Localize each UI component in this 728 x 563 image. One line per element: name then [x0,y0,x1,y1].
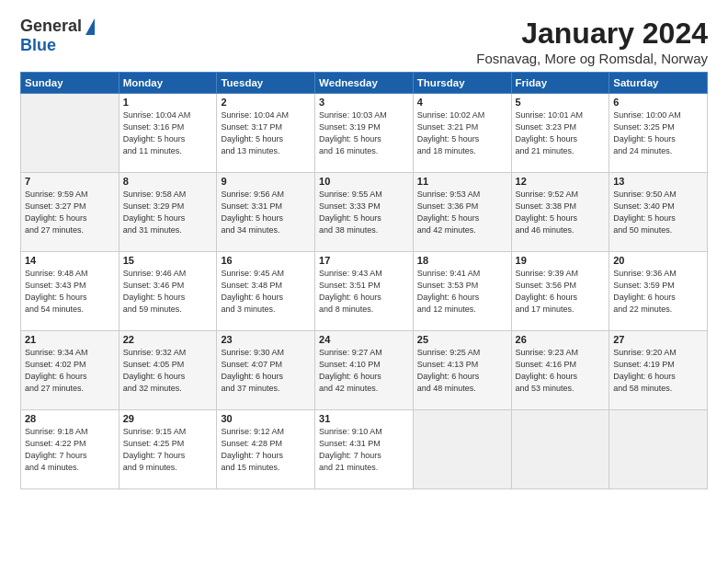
day-info: Sunrise: 9:55 AMSunset: 3:33 PMDaylight:… [319,189,409,236]
day-number: 31 [319,413,409,424]
day-info: Sunrise: 9:43 AMSunset: 3:51 PMDaylight:… [319,268,409,316]
day-info: Sunrise: 9:15 AMSunset: 4:25 PMDaylight:… [123,426,213,474]
day-number: 8 [123,176,213,187]
day-number: 18 [417,255,507,266]
day-info: Sunrise: 9:58 AMSunset: 3:29 PMDaylight:… [123,189,213,236]
calendar-cell: 7Sunrise: 9:59 AMSunset: 3:27 PMDaylight… [21,173,119,252]
day-info: Sunrise: 9:45 AMSunset: 3:48 PMDaylight:… [221,268,311,316]
calendar-cell: 25Sunrise: 9:25 AMSunset: 4:13 PMDayligh… [413,331,511,410]
calendar-week-4: 28Sunrise: 9:18 AMSunset: 4:22 PMDayligh… [21,410,708,489]
calendar-cell: 5Sunrise: 10:01 AMSunset: 3:23 PMDayligh… [511,94,609,173]
day-info: Sunrise: 9:52 AMSunset: 3:38 PMDaylight:… [516,189,606,236]
calendar-week-1: 7Sunrise: 9:59 AMSunset: 3:27 PMDaylight… [21,173,708,252]
day-info: Sunrise: 9:56 AMSunset: 3:31 PMDaylight:… [221,189,311,236]
calendar-cell: 18Sunrise: 9:41 AMSunset: 3:53 PMDayligh… [413,252,511,331]
calendar-week-0: 1Sunrise: 10:04 AMSunset: 3:16 PMDayligh… [21,94,708,173]
day-number: 29 [123,413,213,424]
calendar-cell: 23Sunrise: 9:30 AMSunset: 4:07 PMDayligh… [217,331,315,410]
day-number: 28 [25,413,115,424]
calendar-cell: 10Sunrise: 9:55 AMSunset: 3:33 PMDayligh… [315,173,414,252]
calendar-cell: 16Sunrise: 9:45 AMSunset: 3:48 PMDayligh… [217,252,315,331]
day-info: Sunrise: 9:53 AMSunset: 3:36 PMDaylight:… [417,189,507,236]
title-block: January 2024 Fosnavag, More og Romsdal, … [476,17,708,66]
day-number: 14 [25,255,115,266]
calendar-cell: 14Sunrise: 9:48 AMSunset: 3:43 PMDayligh… [21,252,119,331]
calendar-cell: 9Sunrise: 9:56 AMSunset: 3:31 PMDaylight… [217,173,315,252]
calendar-cell: 1Sunrise: 10:04 AMSunset: 3:16 PMDayligh… [119,94,217,173]
day-info: Sunrise: 9:48 AMSunset: 3:43 PMDaylight:… [25,268,115,316]
calendar-cell: 13Sunrise: 9:50 AMSunset: 3:40 PMDayligh… [609,173,708,252]
logo: General Blue [20,17,95,55]
day-info: Sunrise: 9:34 AMSunset: 4:02 PMDaylight:… [25,347,115,395]
day-number: 13 [613,176,703,187]
day-number: 15 [123,255,213,266]
calendar-cell: 12Sunrise: 9:52 AMSunset: 3:38 PMDayligh… [511,173,609,252]
day-info: Sunrise: 9:20 AMSunset: 4:19 PMDaylight:… [613,347,703,395]
logo-triangle-icon [85,18,95,35]
calendar-cell: 31Sunrise: 9:10 AMSunset: 4:31 PMDayligh… [315,410,414,489]
calendar-cell: 6Sunrise: 10:00 AMSunset: 3:25 PMDayligh… [609,94,708,173]
calendar-cell [511,410,609,489]
weekday-header-monday: Monday [119,73,217,94]
logo-blue-text: Blue [20,36,56,55]
calendar-cell: 19Sunrise: 9:39 AMSunset: 3:56 PMDayligh… [511,252,609,331]
day-info: Sunrise: 9:27 AMSunset: 4:10 PMDaylight:… [319,347,409,395]
day-info: Sunrise: 9:59 AMSunset: 3:27 PMDaylight:… [25,189,115,236]
day-info: Sunrise: 9:25 AMSunset: 4:13 PMDaylight:… [417,347,507,395]
calendar-cell [21,94,119,173]
day-number: 26 [516,334,606,345]
calendar-cell: 11Sunrise: 9:53 AMSunset: 3:36 PMDayligh… [413,173,511,252]
day-number: 3 [319,97,409,108]
day-number: 9 [221,176,311,187]
weekday-header-saturday: Saturday [609,73,708,94]
weekday-header-sunday: Sunday [21,73,119,94]
day-number: 19 [516,255,606,266]
calendar-cell: 21Sunrise: 9:34 AMSunset: 4:02 PMDayligh… [21,331,119,410]
day-info: Sunrise: 10:02 AMSunset: 3:21 PMDaylight… [417,109,507,157]
day-info: Sunrise: 9:10 AMSunset: 4:31 PMDaylight:… [319,426,409,474]
calendar-table: SundayMondayTuesdayWednesdayThursdayFrid… [20,72,708,489]
calendar-cell: 30Sunrise: 9:12 AMSunset: 4:28 PMDayligh… [217,410,315,489]
day-number: 10 [319,176,409,187]
day-number: 20 [613,255,703,266]
weekday-header-wednesday: Wednesday [315,73,414,94]
day-number: 5 [516,97,606,108]
day-info: Sunrise: 9:46 AMSunset: 3:46 PMDaylight:… [123,268,213,316]
day-info: Sunrise: 9:23 AMSunset: 4:16 PMDaylight:… [516,347,606,395]
day-number: 7 [25,176,115,187]
month-title: January 2024 [476,17,708,51]
calendar-cell: 26Sunrise: 9:23 AMSunset: 4:16 PMDayligh… [511,331,609,410]
calendar-header-row: SundayMondayTuesdayWednesdayThursdayFrid… [21,73,708,94]
location: Fosnavag, More og Romsdal, Norway [476,51,708,66]
day-info: Sunrise: 9:30 AMSunset: 4:07 PMDaylight:… [221,347,311,395]
calendar-cell: 2Sunrise: 10:04 AMSunset: 3:17 PMDayligh… [217,94,315,173]
calendar-cell: 22Sunrise: 9:32 AMSunset: 4:05 PMDayligh… [119,331,217,410]
header: General Blue January 2024 Fosnavag, More… [20,17,708,66]
day-info: Sunrise: 10:03 AMSunset: 3:19 PMDaylight… [319,109,409,157]
day-number: 30 [221,413,311,424]
day-info: Sunrise: 9:50 AMSunset: 3:40 PMDaylight:… [613,189,703,236]
day-info: Sunrise: 10:04 AMSunset: 3:17 PMDaylight… [221,109,311,157]
day-info: Sunrise: 9:18 AMSunset: 4:22 PMDaylight:… [25,426,115,474]
day-info: Sunrise: 10:01 AMSunset: 3:23 PMDaylight… [516,109,606,157]
day-info: Sunrise: 10:00 AMSunset: 3:25 PMDaylight… [613,109,703,157]
day-number: 17 [319,255,409,266]
day-number: 21 [25,334,115,345]
calendar-cell: 20Sunrise: 9:36 AMSunset: 3:59 PMDayligh… [609,252,708,331]
day-number: 25 [417,334,507,345]
calendar-cell: 17Sunrise: 9:43 AMSunset: 3:51 PMDayligh… [315,252,414,331]
day-info: Sunrise: 9:36 AMSunset: 3:59 PMDaylight:… [613,268,703,316]
day-number: 4 [417,97,507,108]
day-number: 24 [319,334,409,345]
day-number: 2 [221,97,311,108]
logo-general-text: General [20,17,82,36]
day-number: 1 [123,97,213,108]
calendar-cell: 24Sunrise: 9:27 AMSunset: 4:10 PMDayligh… [315,331,414,410]
calendar-week-2: 14Sunrise: 9:48 AMSunset: 3:43 PMDayligh… [21,252,708,331]
day-number: 16 [221,255,311,266]
calendar-cell [413,410,511,489]
day-number: 27 [613,334,703,345]
calendar-body: 1Sunrise: 10:04 AMSunset: 3:16 PMDayligh… [21,94,708,489]
day-number: 23 [221,334,311,345]
weekday-header-thursday: Thursday [413,73,511,94]
